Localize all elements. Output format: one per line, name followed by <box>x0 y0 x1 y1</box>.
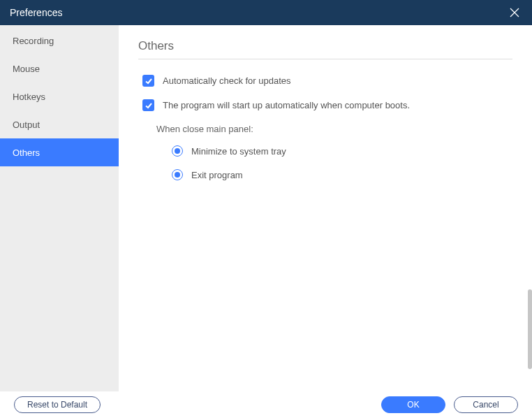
button-label: OK <box>407 400 419 410</box>
close-panel-label: When close main panel: <box>156 124 512 134</box>
body: Recording Mouse Hotkeys Output Others Ot… <box>0 25 532 391</box>
section-title: Others <box>138 39 512 59</box>
sidebar-item-label: Hotkeys <box>13 92 45 102</box>
radio-row-exit: Exit program <box>156 169 512 180</box>
checkbox-auto-update[interactable] <box>142 75 154 87</box>
sidebar-item-label: Recording <box>13 36 54 46</box>
main-panel: Others Automatically check for updates T… <box>119 25 532 391</box>
ok-button[interactable]: OK <box>381 396 445 413</box>
sidebar-item-hotkeys[interactable]: Hotkeys <box>0 82 119 110</box>
radio-exit[interactable] <box>172 169 183 180</box>
radio-label: Minimize to system tray <box>191 146 286 157</box>
option-autostart: The program will start up automatically … <box>138 99 512 111</box>
reset-button[interactable]: Reset to Default <box>14 396 101 413</box>
sidebar-item-output[interactable]: Output <box>0 110 119 138</box>
sidebar-item-label: Mouse <box>13 64 40 74</box>
radio-minimize[interactable] <box>172 145 183 157</box>
button-label: Cancel <box>473 400 498 410</box>
window-title: Preferences <box>10 7 62 18</box>
close-icon[interactable] <box>507 5 522 20</box>
radio-label: Exit program <box>191 170 243 180</box>
radio-row-minimize: Minimize to system tray <box>156 145 512 157</box>
footer: Reset to Default OK Cancel <box>0 391 532 418</box>
button-label: Reset to Default <box>27 400 87 410</box>
sidebar-item-mouse[interactable]: Mouse <box>0 55 119 82</box>
checkbox-autostart[interactable] <box>142 99 154 111</box>
titlebar: Preferences <box>0 0 532 25</box>
sidebar-item-others[interactable]: Others <box>0 138 119 166</box>
scrollbar-thumb[interactable] <box>528 289 532 369</box>
close-panel-section: When close main panel: Minimize to syste… <box>138 124 512 180</box>
sidebar-item-label: Output <box>13 120 40 130</box>
option-label: Automatically check for updates <box>163 75 291 86</box>
cancel-button[interactable]: Cancel <box>454 396 518 413</box>
sidebar-item-recording[interactable]: Recording <box>0 27 119 55</box>
sidebar: Recording Mouse Hotkeys Output Others <box>0 25 119 391</box>
option-auto-update: Automatically check for updates <box>138 75 512 87</box>
option-label: The program will start up automatically … <box>163 100 410 110</box>
sidebar-item-label: Others <box>13 147 40 158</box>
footer-right: OK Cancel <box>381 396 518 413</box>
